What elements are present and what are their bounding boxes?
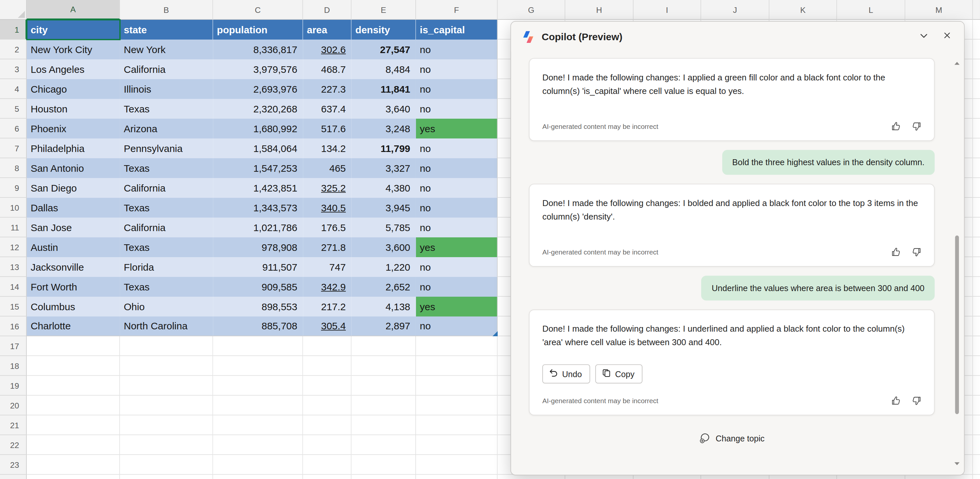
cell-D2[interactable]: 302.6 — [303, 40, 352, 59]
cell-D15[interactable]: 217.2 — [303, 297, 352, 317]
copy-button[interactable]: Copy — [595, 364, 643, 384]
column-header-B[interactable]: B — [120, 0, 213, 20]
row-header-7[interactable]: 7 — [0, 138, 27, 158]
cell-partial21[interactable] — [973, 415, 980, 435]
cell-F1[interactable]: is_capital — [416, 20, 498, 40]
cell-F17[interactable] — [416, 336, 498, 356]
cell-partial18[interactable] — [973, 356, 980, 376]
cell-B19[interactable] — [120, 376, 213, 396]
cell-B3[interactable]: California — [120, 59, 213, 79]
cell-B16[interactable]: North Carolina — [120, 317, 213, 336]
column-header-G[interactable]: G — [498, 0, 565, 20]
cell-F13[interactable]: no — [416, 257, 498, 277]
column-header-I[interactable]: I — [633, 0, 701, 20]
cell-F11[interactable]: no — [416, 218, 498, 237]
column-header-F[interactable]: F — [416, 0, 498, 20]
row-header-3[interactable]: 3 — [0, 59, 27, 79]
cell-E12[interactable]: 3,600 — [352, 237, 416, 257]
cell-C20[interactable] — [213, 396, 303, 415]
cell-B18[interactable] — [120, 356, 213, 376]
cell-F5[interactable]: no — [416, 99, 498, 119]
cell-partial16[interactable] — [973, 317, 980, 336]
thumbs-down-icon[interactable] — [910, 121, 921, 132]
cell-D6[interactable]: 517.6 — [303, 119, 352, 138]
cell-partial24[interactable] — [973, 475, 980, 479]
cell-C7[interactable]: 1,584,064 — [213, 138, 303, 158]
cell-E21[interactable] — [352, 415, 416, 435]
row-header-22[interactable]: 22 — [0, 435, 27, 455]
column-header-D[interactable]: D — [303, 0, 352, 20]
thumbs-up-icon[interactable] — [891, 395, 902, 406]
cell-D1[interactable]: area — [303, 20, 352, 40]
cell-B20[interactable] — [120, 396, 213, 415]
cell-C1[interactable]: population — [213, 20, 303, 40]
thumbs-down-icon[interactable] — [910, 246, 921, 257]
row-header-10[interactable]: 10 — [0, 198, 27, 218]
undo-button[interactable]: Undo — [542, 364, 590, 384]
row-header-17[interactable]: 17 — [0, 336, 27, 356]
cell-partial9[interactable] — [973, 178, 980, 198]
cell-B22[interactable] — [120, 435, 213, 455]
cell-C4[interactable]: 2,693,976 — [213, 79, 303, 99]
cell-F3[interactable]: no — [416, 59, 498, 79]
cell-E13[interactable]: 1,220 — [352, 257, 416, 277]
cell-C23[interactable] — [213, 455, 303, 475]
column-header-L[interactable]: L — [837, 0, 905, 20]
cell-partial11[interactable] — [973, 218, 980, 237]
cell-D14[interactable]: 342.9 — [303, 277, 352, 297]
cell-F18[interactable] — [416, 356, 498, 376]
thumbs-down-icon[interactable] — [910, 395, 921, 406]
cell-D7[interactable]: 134.2 — [303, 138, 352, 158]
cell-A2[interactable]: New York City — [27, 40, 120, 59]
cell-B12[interactable]: Texas — [120, 237, 213, 257]
close-button[interactable] — [937, 27, 956, 46]
cell-D18[interactable] — [303, 356, 352, 376]
cell-H24[interactable] — [565, 475, 633, 479]
cell-A6[interactable]: Phoenix — [27, 119, 120, 138]
cell-F6[interactable]: yes — [416, 119, 498, 138]
cell-D10[interactable]: 340.5 — [303, 198, 352, 218]
cell-E24[interactable] — [352, 475, 416, 479]
column-header-M[interactable]: M — [905, 0, 973, 20]
cell-B4[interactable]: Illinois — [120, 79, 213, 99]
cell-E7[interactable]: 11,799 — [352, 138, 416, 158]
cell-C17[interactable] — [213, 336, 303, 356]
cell-C10[interactable]: 1,343,573 — [213, 198, 303, 218]
cell-C22[interactable] — [213, 435, 303, 455]
cell-F22[interactable] — [416, 435, 498, 455]
cell-D16[interactable]: 305.4 — [303, 317, 352, 336]
cell-A14[interactable]: Fort Worth — [27, 277, 120, 297]
cell-B24[interactable] — [120, 475, 213, 479]
cell-E6[interactable]: 3,248 — [352, 119, 416, 138]
cell-E18[interactable] — [352, 356, 416, 376]
cell-A8[interactable]: San Antonio — [27, 158, 120, 178]
row-header-2[interactable]: 2 — [0, 40, 27, 59]
cell-D4[interactable]: 227.3 — [303, 79, 352, 99]
cell-C14[interactable]: 909,585 — [213, 277, 303, 297]
cell-E14[interactable]: 2,652 — [352, 277, 416, 297]
cell-F9[interactable]: no — [416, 178, 498, 198]
select-all-corner[interactable] — [0, 0, 27, 20]
cell-C21[interactable] — [213, 415, 303, 435]
row-header-11[interactable]: 11 — [0, 218, 27, 237]
cell-F20[interactable] — [416, 396, 498, 415]
row-header-15[interactable]: 15 — [0, 297, 27, 317]
cell-A1[interactable]: city — [27, 20, 120, 40]
cell-B14[interactable]: Texas — [120, 277, 213, 297]
cell-partial17[interactable] — [973, 336, 980, 356]
cell-D11[interactable]: 176.5 — [303, 218, 352, 237]
cell-E16[interactable]: 2,897 — [352, 317, 416, 336]
cell-B8[interactable]: Texas — [120, 158, 213, 178]
row-header-18[interactable]: 18 — [0, 356, 27, 376]
cell-C2[interactable]: 8,336,817 — [213, 40, 303, 59]
cell-D20[interactable] — [303, 396, 352, 415]
cell-B7[interactable]: Pennsylvania — [120, 138, 213, 158]
cell-partial10[interactable] — [973, 198, 980, 218]
cell-E20[interactable] — [352, 396, 416, 415]
collapse-button[interactable] — [915, 27, 934, 46]
cell-F12[interactable]: yes — [416, 237, 498, 257]
cell-E1[interactable]: density — [352, 20, 416, 40]
cell-C15[interactable]: 898,553 — [213, 297, 303, 317]
cell-M24[interactable] — [905, 475, 973, 479]
row-header-23[interactable]: 23 — [0, 455, 27, 475]
